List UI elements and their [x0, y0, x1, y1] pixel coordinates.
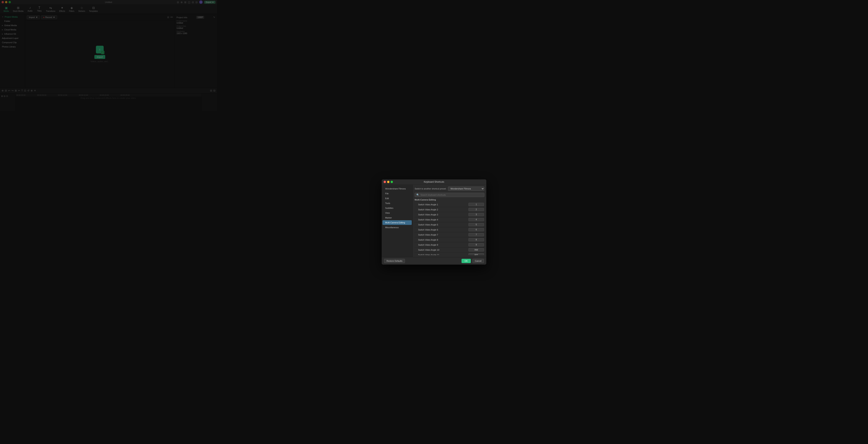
modal-overlay: Keyboard Shortcuts Wondershare Filmora F…	[0, 0, 217, 111]
